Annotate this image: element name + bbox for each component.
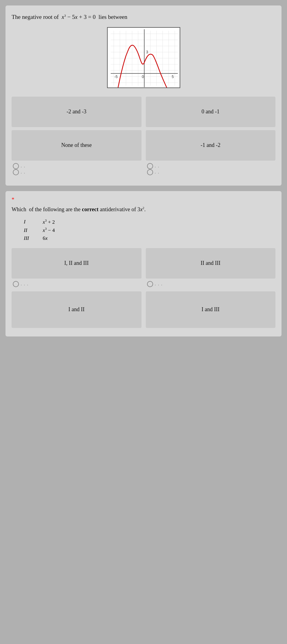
graph-svg: -5 0 5 3 [108, 28, 180, 88]
question-2-text: Which of the following are the correct a… [12, 205, 275, 214]
option-q1-a[interactable]: -2 and -3 [12, 97, 142, 127]
graph-container: -5 0 5 3 [12, 27, 275, 88]
roman-row-3: III 6x [24, 235, 275, 241]
radio-q2-b[interactable] [147, 281, 153, 287]
options-grid-q1: -2 and -3 0 and -1 None of these -1 and … [12, 97, 275, 161]
option-q2-a[interactable]: I, II and III [12, 248, 142, 279]
roman-row-1: I x3 + 2 [24, 219, 275, 225]
question-1-text: The negative root of x3 − 5x + 3 = 0 lie… [12, 13, 275, 22]
option-q1-b-label: 0 and -1 [202, 109, 220, 115]
radio-cell-q1-b[interactable]: . . [146, 163, 276, 169]
roman-row-2: II x3 − 4 [24, 227, 275, 233]
svg-text:-5: -5 [114, 75, 118, 79]
radio-cell-q1-d[interactable]: . . [146, 169, 276, 175]
radio-q1-a-dots: . . [21, 164, 26, 169]
radio-q1-c-dots: . . [21, 170, 26, 175]
option-q2-c-label: I and II [68, 306, 84, 313]
option-q1-c-label: None of these [61, 142, 92, 148]
radio-q2-a-dots: . . . [21, 282, 29, 286]
svg-text:0: 0 [142, 75, 144, 79]
roman-expr-1: x3 + 2 [43, 219, 55, 225]
svg-text:3: 3 [146, 50, 148, 54]
radio-q1-d-dots: . . [155, 170, 160, 175]
question-1-card: The negative root of x3 − 5x + 3 = 0 lie… [5, 5, 282, 186]
roman-table: I x3 + 2 II x3 − 4 III 6x [24, 219, 275, 241]
radio-q1-c[interactable] [13, 169, 19, 175]
option-q2-c[interactable]: I and II [12, 291, 142, 328]
roman-numeral-2: II [24, 227, 34, 233]
graph-box: -5 0 5 3 [107, 27, 180, 88]
radio-q1-b-dots: . . [155, 164, 160, 169]
asterisk: * [12, 197, 275, 203]
option-q2-b-label: II and III [201, 260, 221, 266]
radio-q1-d[interactable] [147, 169, 153, 175]
radio-q1-b[interactable] [147, 163, 153, 169]
page: The negative root of x3 − 5x + 3 = 0 lie… [0, 5, 287, 336]
roman-expr-2: x3 − 4 [43, 227, 55, 233]
option-q2-d-label: I and III [202, 306, 220, 313]
option-q2-d[interactable]: I and III [146, 291, 276, 328]
radio-cell-q2-a[interactable]: . . . [12, 281, 142, 287]
radio-cell-q1-c[interactable]: . . [12, 169, 142, 175]
radio-row-q1: . . . . . . . . [12, 163, 275, 175]
svg-text:5: 5 [172, 75, 174, 79]
option-q1-a-label: -2 and -3 [66, 109, 86, 115]
radio-q1-a[interactable] [13, 163, 19, 169]
radio-row-q2-top: . . . . . . [12, 281, 275, 287]
radio-q2-a[interactable] [13, 281, 19, 287]
radio-cell-q2-b[interactable]: . . . [146, 281, 276, 287]
roman-numeral-3: III [24, 235, 34, 241]
roman-numeral-1: I [24, 219, 34, 225]
radio-cell-q1-a[interactable]: . . [12, 163, 142, 169]
option-q1-d[interactable]: -1 and -2 [146, 130, 276, 161]
option-q1-d-label: -1 and -2 [201, 142, 221, 148]
option-q1-b[interactable]: 0 and -1 [146, 97, 276, 127]
roman-expr-3: 6x [43, 235, 48, 241]
options-grid-q2-bottom: I and II I and III [12, 291, 275, 328]
question-2-card: * Which of the following are the correct… [5, 191, 282, 336]
option-q2-b[interactable]: II and III [146, 248, 276, 279]
option-q2-a-label: I, II and III [64, 260, 89, 266]
options-grid-q2: I, II and III II and III [12, 248, 275, 279]
radio-q2-b-dots: . . . [155, 282, 163, 286]
option-q1-c[interactable]: None of these [12, 130, 142, 161]
